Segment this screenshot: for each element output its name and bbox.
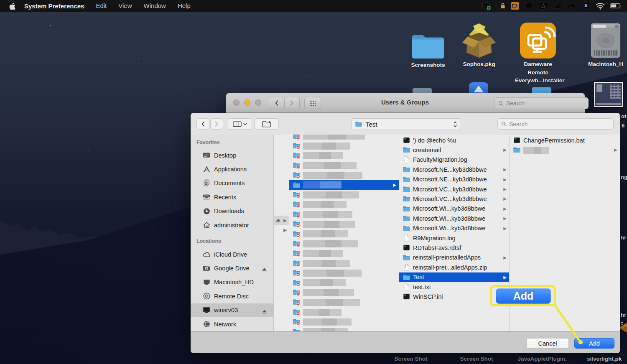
column-edge-row[interactable]: ▶ bbox=[274, 216, 289, 225]
redacted-folder-row[interactable] bbox=[289, 258, 399, 268]
partial-folder-icon[interactable] bbox=[532, 87, 551, 93]
redacted-folder-row[interactable] bbox=[289, 288, 399, 297]
add-button[interactable]: Add bbox=[574, 338, 614, 349]
redacted-folder-row[interactable] bbox=[289, 249, 399, 258]
globe-lock-icon[interactable] bbox=[496, 2, 505, 10]
sidebar-item-remote-disc[interactable]: Remote Disc bbox=[191, 289, 274, 303]
sidebar-item-icloud-drive[interactable]: iCloud Drive bbox=[191, 247, 274, 261]
sidebar-item-recents[interactable]: Recents bbox=[191, 190, 274, 204]
sidebar-item-macintosh-hd[interactable]: Macintosh_HD bbox=[191, 275, 274, 289]
redacted-folder-row[interactable] bbox=[289, 268, 399, 278]
file-row-microsoft-ne-kyb3d8bbwe[interactable]: Microsoft.NE...kyb3d8bbwe▶ bbox=[399, 165, 509, 174]
chat-bubble-icon[interactable] bbox=[525, 2, 534, 10]
file-row-microsoft-wi-kyb3d8bbwe[interactable]: Microsoft.Wi...kyb3d8bbwe▶ bbox=[399, 204, 509, 214]
callout-add-button[interactable]: Add bbox=[496, 288, 551, 304]
redacted-folder-row[interactable] bbox=[289, 190, 399, 199]
desktop-icon-sophos-pkg[interactable]: Sophos.pkg bbox=[456, 22, 502, 69]
redacted-folder-row[interactable] bbox=[289, 171, 399, 180]
file-row-reinstall-preinstalledapps[interactable]: reinstall-preinstalledApps▶ bbox=[399, 253, 509, 262]
desktop-icon-dameware-remote[interactable]: Dameware RemoteEverywh...Installer bbox=[515, 22, 561, 85]
show-all-grid-button[interactable] bbox=[304, 97, 321, 109]
redacted-folder-row[interactable] bbox=[289, 135, 399, 141]
new-folder-button[interactable] bbox=[255, 118, 279, 130]
file-row-do-echo-u[interactable]: ') do @echo %u bbox=[399, 135, 509, 145]
file-row-microsoft-vc-kyb3d8bbwe[interactable]: Microsoft.VC...kyb3d8bbwe▶ bbox=[399, 194, 509, 204]
redacted-folder-row[interactable] bbox=[289, 229, 399, 239]
view-mode-button[interactable] bbox=[228, 118, 252, 130]
battery-icon[interactable] bbox=[610, 3, 622, 9]
redacted-folder-row[interactable] bbox=[289, 151, 399, 160]
zoom-window-button[interactable] bbox=[255, 99, 261, 106]
redacted-folder-row-selected[interactable]: ▶ bbox=[289, 180, 399, 190]
file-row-redacted[interactable]: ▶ bbox=[510, 145, 620, 155]
redacted-folder-row[interactable] bbox=[289, 298, 399, 307]
eject-icon[interactable] bbox=[262, 266, 267, 273]
sidebar-item-applications[interactable]: Applications bbox=[191, 162, 274, 176]
file-row-microsoft-ne-kyb3d8bbwe[interactable]: Microsoft.NE...kyb3d8bbwe▶ bbox=[399, 175, 509, 184]
redacted-folder-row[interactable] bbox=[289, 209, 399, 219]
dialog-search-field[interactable] bbox=[497, 118, 614, 130]
desktop-icon-label[interactable]: Screen Shot bbox=[460, 356, 493, 362]
sidebar-item-desktop[interactable]: Desktop bbox=[191, 148, 274, 162]
file-row-rdtabsfavs-rdtsf[interactable]: RDTabsFavs.rdtsf bbox=[399, 243, 509, 252]
menu-item-view[interactable]: View bbox=[112, 2, 138, 9]
malwarebytes-icon[interactable] bbox=[567, 2, 576, 10]
eject-icon[interactable] bbox=[262, 308, 267, 316]
screen-sharing-icon[interactable] bbox=[482, 2, 491, 10]
desktop-icon-macintosh-h[interactable]: Macintosh_H bbox=[583, 22, 627, 69]
redacted-folder-row[interactable] bbox=[289, 219, 399, 229]
wifi-icon[interactable] bbox=[596, 3, 605, 10]
prefs-search-field[interactable] bbox=[494, 97, 589, 109]
sidebar-item-administrator[interactable]: administrator bbox=[191, 218, 274, 232]
apple-menu-icon[interactable] bbox=[6, 2, 18, 10]
prefs-search-input[interactable] bbox=[505, 99, 585, 107]
redacted-folder-row[interactable] bbox=[289, 307, 399, 317]
close-window-button[interactable] bbox=[233, 99, 240, 106]
redacted-folder-row[interactable] bbox=[289, 141, 399, 150]
file-row-test[interactable]: Test▶ bbox=[399, 272, 509, 282]
file-row-microsoft-wi-kyb3d8bbwe[interactable]: Microsoft.Wi...kyb3d8bbwe▶ bbox=[399, 214, 509, 223]
redacted-folder-row[interactable] bbox=[289, 200, 399, 209]
file-row-createmail[interactable]: createmail▶ bbox=[399, 145, 509, 155]
forward-button[interactable] bbox=[210, 118, 223, 130]
dialog-search-input[interactable] bbox=[508, 120, 610, 128]
desktop-icon-label[interactable]: Screen Shot bbox=[395, 356, 428, 362]
sidebar-item-network[interactable]: Network bbox=[191, 317, 274, 331]
sidebar-item-winsrv03[interactable]: winsrv03 bbox=[191, 303, 274, 317]
desktop-icon-label[interactable]: silverlight.pk bbox=[587, 356, 622, 362]
screenshot-thumbnail-icon[interactable] bbox=[594, 82, 623, 107]
desktop-icon-screenshots[interactable]: Screenshots bbox=[405, 23, 451, 69]
file-row-microsoft-wi-kyb3d8bbwe[interactable]: Microsoft.Wi...kyb3d8bbwe▶ bbox=[399, 224, 509, 233]
file-row-changepermission-bat[interactable]: ChangePermission.bat bbox=[510, 135, 620, 145]
redacted-folder-row[interactable] bbox=[289, 317, 399, 327]
cancel-button[interactable]: Cancel bbox=[526, 338, 569, 349]
prefs-forward-button[interactable] bbox=[284, 97, 300, 109]
menu-item-edit[interactable]: Edit bbox=[90, 2, 112, 9]
partial-app-icon[interactable] bbox=[469, 82, 488, 93]
menu-item-help[interactable]: Help bbox=[172, 2, 196, 9]
redacted-folder-row[interactable] bbox=[289, 278, 399, 288]
redacted-folder-row[interactable] bbox=[289, 160, 399, 170]
google-drive-icon[interactable] bbox=[539, 2, 548, 10]
menu-item-window[interactable]: Window bbox=[138, 2, 172, 9]
file-row-reinstall-prei-alledapps-zip[interactable]: reinstall-prei...alledApps.zip bbox=[399, 262, 509, 272]
back-button[interactable] bbox=[196, 118, 209, 130]
prefs-back-button[interactable] bbox=[269, 97, 284, 109]
menu-app-name[interactable]: System Preferences bbox=[18, 3, 90, 10]
desktop-icon-label[interactable]: JavaAppletPlugin. bbox=[517, 356, 566, 362]
sidebar-item-documents[interactable]: Documents bbox=[191, 176, 274, 190]
partial-folder-icon[interactable] bbox=[413, 88, 432, 93]
dameware-tray-icon[interactable] bbox=[510, 2, 520, 10]
folder-popup[interactable]: Test bbox=[351, 118, 461, 130]
minimize-window-button[interactable] bbox=[244, 99, 250, 106]
redacted-folder-row[interactable] bbox=[289, 239, 399, 248]
angular-shape-icon[interactable] bbox=[553, 2, 562, 10]
file-row-facultymigration-log[interactable]: FacultyMigration.log bbox=[399, 155, 509, 165]
sidebar-item-google-drive[interactable]: Google Drive bbox=[191, 261, 274, 275]
sophos-shield-icon[interactable]: S bbox=[581, 2, 591, 10]
column-edge-row[interactable]: ▶ bbox=[274, 225, 289, 235]
file-row-r9migration-log[interactable]: R9Migration.log bbox=[399, 233, 509, 243]
sidebar-item-downloads[interactable]: Downloads bbox=[191, 204, 274, 218]
redacted-folder-row[interactable] bbox=[289, 327, 399, 331]
file-row-microsoft-vc-kyb3d8bbwe[interactable]: Microsoft.VC...kyb3d8bbwe▶ bbox=[399, 184, 509, 194]
